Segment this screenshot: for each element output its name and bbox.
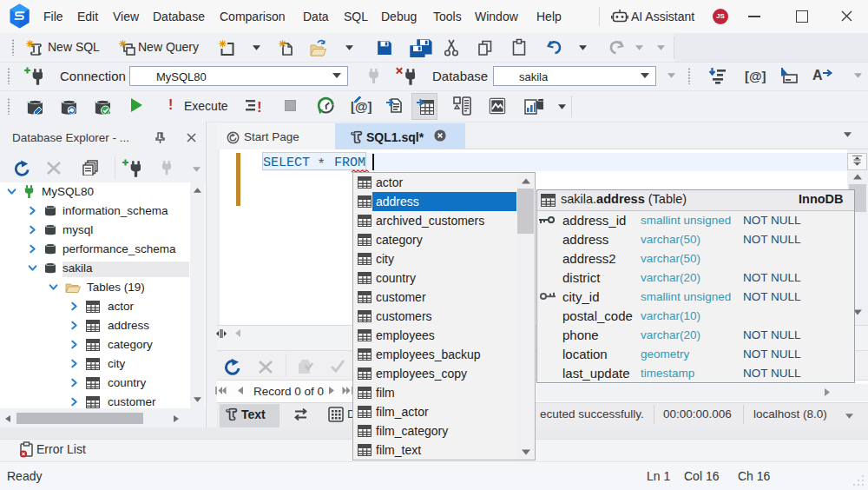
- svg-text:!: !: [257, 99, 262, 115]
